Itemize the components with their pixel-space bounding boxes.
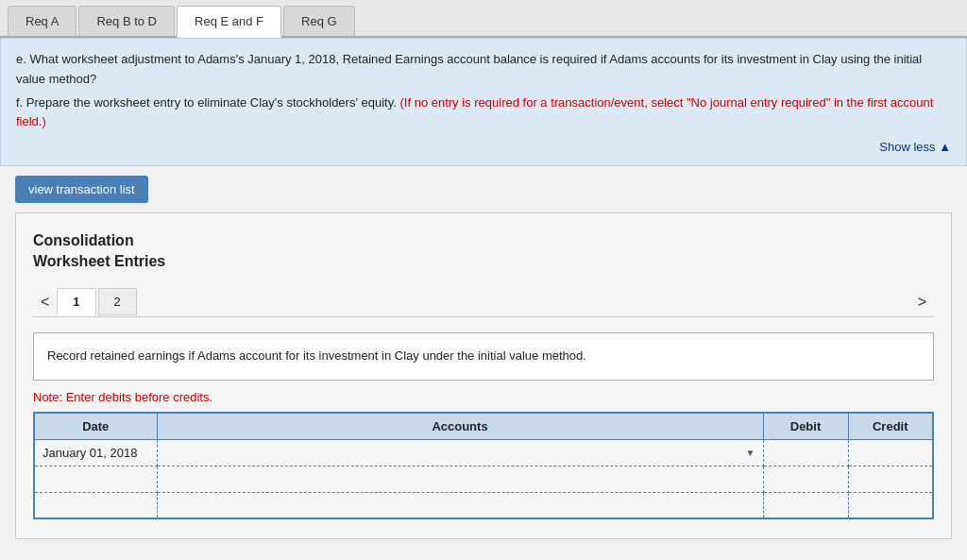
account-input-2[interactable] [165,472,755,486]
credit-input-2[interactable] [857,472,925,486]
table-row: January 01, 2018 ▼ [34,439,933,466]
tab-req-g[interactable]: Req G [283,6,355,36]
date-cell-2 [34,466,157,492]
dropdown-arrow-1[interactable]: ▼ [746,448,755,458]
account-cell-1[interactable]: ▼ [157,439,763,466]
tab-req-a[interactable]: Req A [8,6,76,36]
date-cell-1: January 01, 2018 [34,439,157,466]
question-box: e. What worksheet adjustment to Adams's … [0,38,967,166]
col-header-date: Date [34,413,157,440]
col-header-credit: Credit [848,413,933,440]
pagination: < 1 2 > [33,288,934,317]
next-page-arrow[interactable]: > [910,290,934,314]
account-cell-2[interactable] [157,466,763,492]
debit-input-3[interactable] [772,498,840,512]
debit-input-1[interactable] [772,446,840,460]
main-card: Consolidation Worksheet Entries < 1 2 > … [15,212,952,539]
date-cell-3 [34,492,157,518]
question-line1: e. What worksheet adjustment to Adams's … [16,50,951,90]
view-transaction-list-button[interactable]: view transaction list [15,176,148,203]
account-input-3[interactable] [165,498,755,512]
debit-cell-3[interactable] [763,492,848,518]
entry-table: Date Accounts Debit Credit January 01, 2… [33,412,934,520]
note-text: Note: Enter debits before credits. [33,390,934,404]
account-cell-3[interactable] [157,492,763,518]
description-text: Record retained earnings if Adams accoun… [47,348,586,363]
debit-cell-1[interactable] [763,439,848,466]
page-tab-2[interactable]: 2 [98,288,137,315]
tabs-bar: Req A Req B to D Req E and F Req G [0,0,967,38]
tab-req-e-and-f[interactable]: Req E and F [177,6,281,38]
col-header-accounts: Accounts [157,413,763,440]
tab-req-b-to-d[interactable]: Req B to D [78,6,175,36]
credit-cell-3[interactable] [848,492,933,518]
page-tab-1[interactable]: 1 [57,288,95,316]
debit-cell-2[interactable] [763,466,848,492]
table-row [34,492,933,518]
prev-page-arrow[interactable]: < [33,290,57,314]
col-header-debit: Debit [763,413,848,440]
credit-cell-2[interactable] [848,466,933,492]
btn-area: view transaction list [0,166,967,212]
card-title: Consolidation Worksheet Entries [33,230,934,273]
credit-input-1[interactable] [857,446,925,460]
debit-input-2[interactable] [772,472,840,486]
credit-input-3[interactable] [857,498,925,512]
show-less-link[interactable]: Show less ▲ [16,138,951,158]
credit-cell-1[interactable] [848,439,933,466]
table-row [34,466,933,492]
description-box: Record retained earnings if Adams accoun… [33,332,934,381]
account-input-1[interactable] [165,446,742,460]
question-line2: f. Prepare the worksheet entry to elimin… [16,93,951,133]
question-line2-text: f. Prepare the worksheet entry to elimin… [16,95,397,110]
